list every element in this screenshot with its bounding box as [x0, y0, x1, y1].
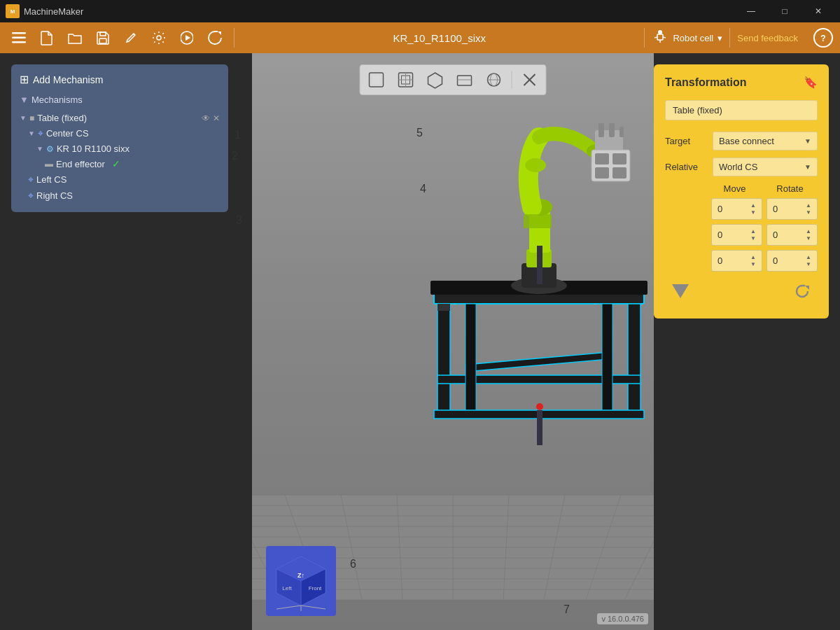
- send-feedback-button[interactable]: Send feedback: [737, 33, 798, 43]
- svg-point-67: [525, 158, 546, 172]
- svg-marker-9: [186, 35, 190, 41]
- view-box-front-button[interactable]: [363, 68, 390, 92]
- close-button[interactable]: ✕: [802, 0, 834, 22]
- svg-rect-79: [537, 246, 542, 284]
- svg-text:Front: Front: [309, 585, 322, 592]
- save-button[interactable]: [91, 26, 115, 50]
- maximize-button[interactable]: □: [769, 0, 801, 22]
- move-z-arrows: ▲▼: [750, 254, 756, 267]
- view-flat-button[interactable]: [451, 68, 478, 92]
- dropdown-arrow-icon[interactable]: ▾: [718, 33, 722, 43]
- rotate-y-arrows: ▲▼: [806, 228, 811, 241]
- file-title: KR_10_R1100_sixx: [241, 32, 637, 44]
- relative-select[interactable]: World CS ▼: [713, 158, 818, 176]
- orientation-cube[interactable]: Z↑ Front Left: [266, 546, 336, 616]
- relative-row: Relative World CS ▼: [665, 158, 818, 176]
- view-box-side-button[interactable]: [393, 68, 419, 92]
- annotation-1: 1: [234, 129, 241, 141]
- main-toolbar: KR_10_R1100_sixx Robot cell ▾ Send feedb…: [0, 22, 840, 53]
- svg-rect-68: [524, 214, 552, 228]
- reset-transform-button[interactable]: [787, 279, 818, 307]
- target-dropdown-icon: ▼: [804, 137, 811, 145]
- svg-rect-60: [602, 304, 612, 412]
- rotate-z-value: 0: [773, 255, 778, 266]
- svg-rect-55: [628, 304, 640, 416]
- view-box-corner-button[interactable]: [422, 68, 449, 92]
- new-file-button[interactable]: [35, 26, 59, 50]
- center-cs-icon: ⌖: [38, 127, 43, 139]
- tree-item-center-cs[interactable]: ▼ ⌖ Center CS: [28, 125, 220, 141]
- view-crosshair-button[interactable]: [517, 68, 543, 92]
- settings-button[interactable]: [147, 26, 171, 50]
- relative-value: World CS: [719, 162, 757, 172]
- view-sphere-button[interactable]: [481, 68, 507, 92]
- transformation-title: Transformation 🔖: [665, 76, 818, 89]
- window-controls: — □ ✕: [735, 0, 834, 22]
- refresh-button[interactable]: [203, 26, 227, 50]
- rotate-z-arrows: ▲▼: [806, 254, 811, 267]
- svg-line-14: [654, 37, 657, 38]
- svg-rect-71: [598, 123, 604, 137]
- help-button[interactable]: ?: [813, 28, 833, 48]
- move-y-input[interactable]: 0 ▲▼: [711, 224, 762, 246]
- svg-point-7: [157, 36, 161, 40]
- move-z-input[interactable]: 0 ▲▼: [711, 250, 762, 272]
- svg-rect-2: [12, 32, 26, 34]
- table-actions: 👁 ✕: [202, 113, 220, 123]
- svg-rect-22: [458, 76, 472, 85]
- minimize-button[interactable]: —: [735, 0, 767, 22]
- svg-rect-59: [465, 304, 476, 412]
- svg-point-80: [536, 403, 543, 410]
- svg-rect-4: [12, 41, 26, 43]
- viewport-background: 4 5: [252, 53, 654, 630]
- svg-rect-3: [12, 37, 26, 39]
- view-toolbar: [360, 64, 547, 95]
- svg-point-11: [658, 30, 662, 34]
- table-arrow-icon: ▼: [20, 114, 27, 122]
- svg-rect-17: [372, 76, 381, 84]
- svg-line-15: [663, 37, 666, 38]
- input-col-headers: Move Rotate: [665, 183, 818, 194]
- svg-marker-10: [218, 31, 221, 35]
- tree-item-end-effector[interactable]: ▬ End effector ✓: [45, 156, 220, 172]
- bookmark-icon[interactable]: 🔖: [804, 76, 818, 89]
- annotation-3: 3: [236, 214, 242, 227]
- svg-rect-5: [100, 32, 106, 36]
- open-file-button[interactable]: [63, 26, 87, 50]
- transformation-title-text: Transformation: [665, 76, 746, 89]
- menu-button[interactable]: [7, 26, 31, 50]
- table-box-icon: ■: [29, 113, 34, 123]
- robot-cell-info: Robot cell ▾: [652, 29, 722, 47]
- move-col-header: Move: [707, 183, 762, 194]
- kr10-arrow-icon: ▼: [36, 145, 43, 153]
- tree-item-left-cs[interactable]: ⌖ Left CS: [28, 172, 220, 188]
- move-x-input[interactable]: 0 ▲▼: [711, 198, 762, 220]
- move-x-value: 0: [718, 204, 722, 214]
- transformation-panel: Transformation 🔖 Table (fixed) Target Ba…: [654, 64, 829, 318]
- tree-item-right-cs[interactable]: ⌖ Right CS: [28, 188, 220, 204]
- table-eye-icon[interactable]: 👁: [202, 113, 210, 123]
- add-mechanism-button[interactable]: ⊞ Add Mechanism: [20, 73, 220, 86]
- tree-item-kr10[interactable]: ▼ ⚙ KR 10 R1100 sixx: [36, 141, 220, 156]
- target-select[interactable]: Base connect ▼: [713, 132, 818, 150]
- left-cs-icon: ⌖: [28, 174, 34, 186]
- apply-transform-button[interactable]: [665, 280, 696, 306]
- svg-rect-78: [612, 167, 626, 178]
- robot-cell-icon: [652, 29, 668, 47]
- rotate-z-input[interactable]: 0 ▲▼: [766, 250, 818, 272]
- viewport[interactable]: 4 5: [252, 53, 654, 630]
- plus-icon: ⊞: [20, 73, 29, 86]
- relative-dropdown-icon: ▼: [804, 163, 811, 171]
- svg-marker-92: [672, 284, 689, 298]
- table-close-icon[interactable]: ✕: [213, 113, 220, 123]
- rotate-y-value: 0: [773, 230, 778, 240]
- right-cs-icon: ⌖: [28, 190, 34, 202]
- rotate-y-input[interactable]: 0 ▲▼: [766, 224, 818, 246]
- svg-marker-93: [805, 286, 809, 290]
- rotate-x-input[interactable]: 0 ▲▼: [766, 198, 818, 220]
- play-button[interactable]: [175, 26, 199, 50]
- svg-rect-75: [595, 153, 609, 164]
- edit-button[interactable]: [119, 26, 143, 50]
- tree-item-table[interactable]: ▼ ■ Table (fixed) 👁 ✕: [20, 111, 220, 125]
- center-cs-label: Center CS: [46, 128, 89, 139]
